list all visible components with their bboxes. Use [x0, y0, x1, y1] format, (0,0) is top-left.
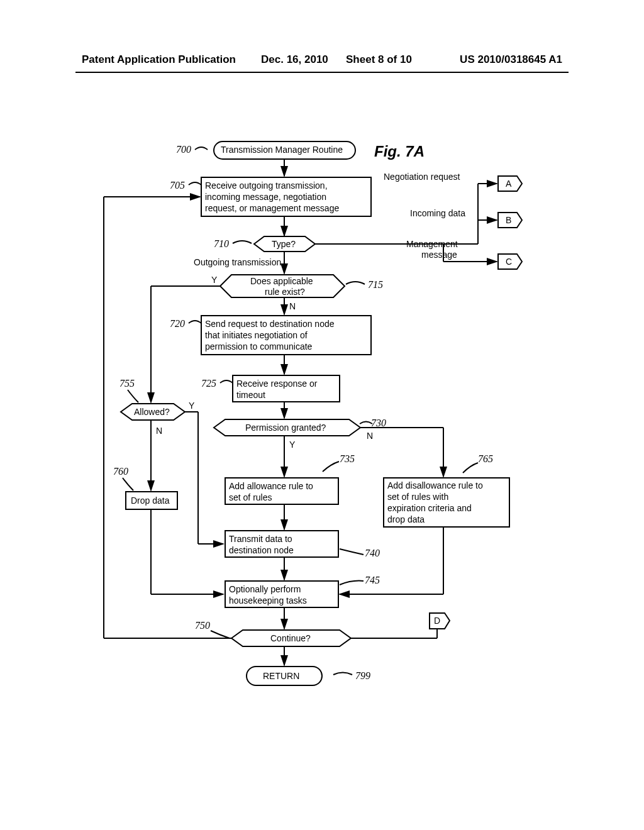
header-divider: [75, 72, 569, 73]
branch-negotiation: Negotiation request: [384, 172, 460, 182]
node-735-t2: set of rules: [229, 492, 272, 502]
branch-management-2: message: [421, 250, 457, 260]
branch-incoming: Incoming data: [410, 208, 465, 218]
node-755-text: Allowed?: [134, 407, 170, 417]
conn-d: D: [434, 616, 440, 626]
header-sheet: Sheet 8 of 10: [346, 53, 412, 66]
flowchart: Transmission Manager Routine 700 Receive…: [88, 126, 572, 767]
755-n: N: [156, 426, 162, 436]
node-720-t2: that initiates negotiation of: [205, 330, 308, 340]
branch-management-1: Management: [406, 239, 458, 249]
header-pubno: US 2010/0318645 A1: [460, 53, 562, 66]
node-735-t1: Add allowance rule to: [229, 481, 313, 491]
node-725-t2: timeout: [236, 390, 265, 400]
715-n: N: [289, 301, 296, 311]
node-720-t3: permission to communicate: [205, 341, 313, 351]
label-760: 760: [113, 466, 128, 477]
page: Patent Application Publication Dec. 16, …: [0, 0, 644, 830]
label-755: 755: [119, 378, 135, 389]
label-715: 715: [368, 279, 383, 290]
label-740: 740: [365, 548, 380, 558]
label-705: 705: [170, 180, 185, 191]
node-740-t2: destination node: [229, 545, 294, 555]
node-765-t4: drop data: [387, 514, 425, 524]
node-730-text: Permission granted?: [245, 423, 326, 433]
node-765-t2: set of rules with: [387, 492, 448, 502]
node-725-t1: Receive response or: [236, 379, 318, 389]
node-705-t3: request, or management message: [205, 203, 339, 213]
node-715-t2: rule exist?: [265, 287, 305, 297]
node-720-t1: Send request to destination node: [205, 319, 335, 329]
node-705-t2: incoming message, negotiation: [205, 192, 326, 202]
node-760-text: Drop data: [131, 495, 170, 506]
label-799: 799: [355, 670, 370, 681]
label-725: 725: [201, 378, 216, 389]
label-750: 750: [195, 620, 210, 631]
node-700-text: Transmission Manager Routine: [221, 145, 343, 155]
755-y: Y: [189, 401, 195, 411]
label-735: 735: [340, 453, 355, 464]
730-n: N: [367, 431, 373, 441]
node-765-t3: expiration criteria and: [387, 503, 472, 513]
label-730: 730: [371, 418, 386, 428]
node-745-t2: housekeeping tasks: [229, 595, 307, 606]
node-745-t1: Optionally perform: [229, 584, 301, 594]
header-date: Dec. 16, 2010: [261, 53, 328, 66]
label-745: 745: [365, 575, 380, 585]
node-750-text: Continue?: [270, 633, 311, 643]
node-799-text: RETURN: [263, 671, 299, 681]
node-740-t1: Transmit data to: [229, 534, 292, 544]
branch-outgoing: Outgoing transmission: [194, 257, 281, 267]
label-700: 700: [176, 144, 191, 155]
label-710: 710: [214, 238, 229, 249]
conn-b: B: [506, 215, 511, 225]
node-705-t1: Receive outgoing transmission,: [205, 180, 328, 191]
node-765-t1: Add disallowance rule to: [387, 480, 483, 490]
conn-c: C: [506, 257, 512, 267]
node-715-t1: Does applicable: [250, 276, 313, 286]
node-710-text: Type?: [272, 239, 296, 249]
label-720: 720: [170, 318, 185, 329]
730-y: Y: [289, 440, 296, 450]
label-765: 765: [478, 453, 493, 464]
conn-a: A: [506, 179, 512, 189]
header-pub: Patent Application Publication: [82, 53, 236, 66]
715-y: Y: [211, 275, 218, 285]
